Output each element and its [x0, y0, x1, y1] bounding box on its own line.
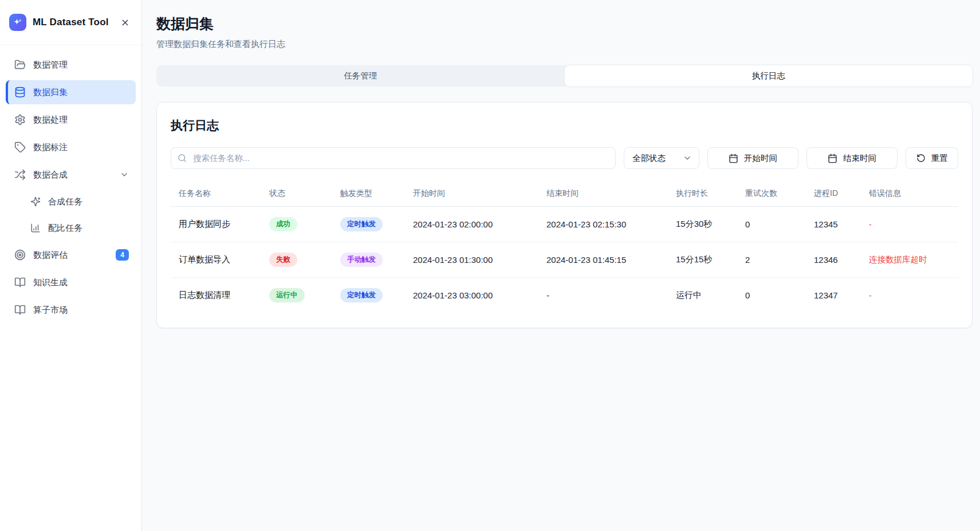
column-header: 开始时间 [405, 182, 538, 207]
status-filter-select[interactable]: 全部状态 [624, 147, 699, 169]
book-open-icon [14, 277, 26, 288]
tab-task-management[interactable]: 任务管理 [156, 65, 565, 86]
sidebar-item-label: 数据合成 [33, 170, 68, 180]
book-open-icon [14, 304, 26, 316]
sidebar-item-label: 数据归集 [33, 87, 68, 98]
sidebar-item-label: 合成任务 [48, 196, 82, 207]
sidebar-item-sparkles[interactable]: 合成任务 [6, 190, 136, 213]
search-field-wrap [171, 147, 616, 169]
folder-icon [14, 59, 26, 70]
table-row: 订单数据导入 失败 手动触发 2024-01-23 01:30:00 2024-… [171, 242, 958, 278]
column-header: 结束时间 [538, 182, 668, 207]
sidebar-item-database[interactable]: 数据归集 [6, 80, 136, 104]
reset-button[interactable]: 重置 [906, 147, 958, 169]
cell-retries: 0 [737, 278, 806, 313]
database-icon [14, 86, 26, 98]
trigger-badge: 手动触发 [340, 253, 383, 267]
shuffle-icon [14, 169, 26, 180]
cell-error: - [861, 278, 958, 313]
start-time-label: 开始时间 [744, 153, 777, 164]
column-header: 触发类型 [332, 182, 405, 207]
sparkles-icon [30, 196, 41, 207]
main-content: 数据归集 管理数据归集任务和查看执行日志 任务管理 执行日志 执行日志 全部状态… [142, 0, 980, 531]
calendar-icon [729, 154, 738, 163]
cell-task-name: 日志数据清理 [171, 278, 261, 313]
cell-trigger: 定时触发 [332, 278, 405, 313]
sidebar-item-book-open[interactable]: 知识生成 [6, 270, 136, 294]
table-row: 用户数据同步 成功 定时触发 2024-01-23 02:00:00 2024-… [171, 207, 958, 242]
cell-pid: 12345 [806, 207, 861, 242]
cell-duration: 15分30秒 [668, 207, 737, 242]
sidebar-item-label: 算子市场 [33, 305, 68, 316]
reset-label: 重置 [931, 153, 948, 164]
cell-pid: 12346 [806, 242, 861, 278]
sidebar-item-folder[interactable]: 数据管理 [6, 53, 136, 77]
bar-chart-icon [30, 223, 41, 233]
filter-toolbar: 全部状态 开始时间 结束时间 重置 [171, 147, 958, 169]
column-header: 错误信息 [861, 182, 958, 207]
page-subtitle: 管理数据归集任务和查看执行日志 [156, 39, 973, 50]
app-title: ML Dataset Tool [33, 17, 111, 28]
cell-status: 运行中 [261, 278, 332, 313]
status-badge: 运行中 [269, 288, 305, 302]
chevron-down-icon [683, 154, 692, 163]
cell-pid: 12347 [806, 278, 861, 313]
search-input[interactable] [171, 147, 616, 169]
cell-task-name: 订单数据导入 [171, 242, 261, 278]
cell-retries: 0 [737, 207, 806, 242]
tag-icon [14, 141, 26, 153]
column-header: 执行时长 [668, 182, 737, 207]
column-header: 任务名称 [171, 182, 261, 207]
column-header: 进程ID [806, 182, 861, 207]
sidebar: ML Dataset Tool 数据管理 数据归集 数据处理 数据标注 数据合成… [0, 0, 142, 531]
page-title: 数据归集 [156, 14, 973, 33]
execution-logs-panel: 执行日志 全部状态 开始时间 结束时间 重置 [156, 102, 973, 328]
panel-title: 执行日志 [171, 117, 958, 133]
cell-duration: 15分15秒 [668, 242, 737, 278]
sidebar-item-target[interactable]: 数据评估 4 [6, 243, 136, 267]
cell-start-time: 2024-01-23 02:00:00 [405, 207, 538, 242]
tab-execution-logs[interactable]: 执行日志 [565, 65, 973, 86]
target-icon [14, 249, 26, 261]
sidebar-item-tag[interactable]: 数据标注 [6, 135, 136, 159]
sidebar-item-shuffle[interactable]: 数据合成 [6, 163, 136, 187]
cell-retries: 2 [737, 242, 806, 278]
logs-table: 任务名称状态触发类型开始时间结束时间执行时长重试次数进程ID错误信息 用户数据同… [171, 182, 958, 313]
start-time-button[interactable]: 开始时间 [707, 147, 798, 169]
sidebar-item-label: 数据处理 [33, 115, 68, 125]
close-sidebar-button[interactable] [117, 15, 132, 30]
cell-end-time: 2024-01-23 02:15:30 [538, 207, 668, 242]
reset-icon [916, 154, 926, 163]
sidebar-item-label: 数据标注 [33, 142, 68, 153]
sidebar-item-label: 数据评估 [33, 250, 68, 261]
logs-table-header-row: 任务名称状态触发类型开始时间结束时间执行时长重试次数进程ID错误信息 [171, 182, 958, 207]
trigger-badge: 定时触发 [340, 217, 383, 231]
cell-trigger: 定时触发 [332, 207, 405, 242]
cell-end-time: 2024-01-23 01:45:15 [538, 242, 668, 278]
cell-error: 连接数据库超时 [861, 242, 958, 278]
calendar-icon [828, 154, 837, 163]
app-logo [9, 14, 26, 31]
sidebar-item-label: 数据管理 [33, 60, 68, 70]
sidebar-item-gear[interactable]: 数据处理 [6, 108, 136, 132]
cell-start-time: 2024-01-23 03:00:00 [405, 278, 538, 313]
cell-duration: 运行中 [668, 278, 737, 313]
status-badge: 成功 [269, 217, 297, 231]
sidebar-item-book-open[interactable]: 算子市场 [6, 298, 136, 322]
sidebar-item-label: 配比任务 [48, 223, 82, 234]
close-icon [120, 18, 130, 27]
logs-table-body: 用户数据同步 成功 定时触发 2024-01-23 02:00:00 2024-… [171, 207, 958, 313]
sidebar-item-label: 知识生成 [33, 277, 68, 288]
cell-task-name: 用户数据同步 [171, 207, 261, 242]
gear-icon [14, 114, 26, 125]
cell-trigger: 手动触发 [332, 242, 405, 278]
search-icon [178, 154, 187, 163]
sidebar-item-bar-chart[interactable]: 配比任务 [6, 217, 136, 239]
sparkle-icon [13, 17, 23, 27]
end-time-button[interactable]: 结束时间 [806, 147, 898, 169]
count-badge: 4 [116, 249, 129, 261]
end-time-label: 结束时间 [843, 153, 876, 164]
cell-status: 成功 [261, 207, 332, 242]
cell-error: - [861, 207, 958, 242]
sidebar-header: ML Dataset Tool [0, 0, 141, 45]
